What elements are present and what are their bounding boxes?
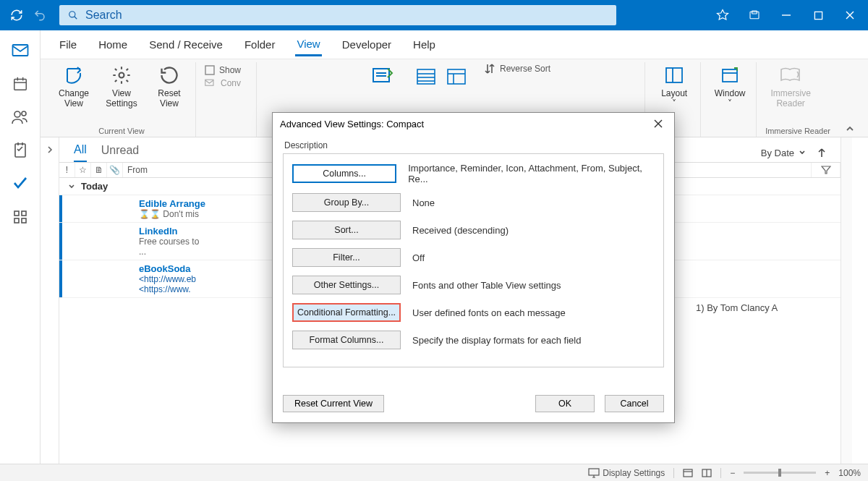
people-rail-icon[interactable]	[12, 108, 29, 126]
zoom-out-button[interactable]: −	[730, 468, 735, 478]
search-input[interactable]: Search	[59, 5, 616, 25]
svg-rect-5	[814, 12, 822, 19]
svg-point-0	[69, 12, 75, 17]
dialog-close-button[interactable]	[650, 118, 667, 129]
col-filter-icon[interactable]	[812, 163, 841, 177]
svg-rect-21	[14, 218, 19, 223]
svg-rect-36	[723, 69, 737, 82]
change-view-button[interactable]: Change View	[54, 62, 94, 108]
close-button[interactable]	[842, 10, 858, 20]
tasks-rail-icon[interactable]	[12, 175, 29, 192]
description-label: Description	[283, 140, 664, 150]
tab-file[interactable]: File	[58, 34, 78, 55]
search-icon	[68, 10, 78, 20]
title-bar: Search	[0, 0, 868, 30]
reset-view-button[interactable]: Reset View	[149, 62, 190, 108]
immersive-reader-button: Immersive Reader	[765, 62, 816, 108]
tab-help[interactable]: Help	[412, 34, 437, 55]
vertical-scrollbar[interactable]	[841, 137, 852, 464]
zoom-in-button[interactable]: +	[825, 468, 830, 478]
col-reminder[interactable]: ☆	[75, 163, 91, 177]
calendar-rail-icon[interactable]	[12, 75, 29, 93]
filter-all[interactable]: All	[74, 143, 87, 162]
more-apps-rail-icon[interactable]	[12, 208, 29, 226]
tab-folder[interactable]: Folder	[243, 34, 277, 55]
dialog-title: Advanced View Settings: Compact	[280, 119, 424, 129]
show-conversations-checkbox[interactable]: Show	[205, 65, 241, 75]
tab-developer[interactable]: Developer	[341, 34, 393, 55]
ribbon-tabs: File Home Send / Receive Folder View Dev…	[41, 30, 868, 59]
conditional-formatting-button[interactable]: Conditional Formatting...	[292, 303, 401, 322]
svg-rect-41	[684, 469, 692, 477]
sort-arrow-icon[interactable]	[817, 148, 826, 158]
reverse-sort-button[interactable]: Reverse Sort	[484, 62, 550, 75]
sort-button[interactable]: Sort...	[292, 221, 401, 239]
cancel-button[interactable]: Cancel	[605, 395, 664, 412]
format-columns-button[interactable]: Format Columns...	[292, 331, 401, 349]
svg-point-17	[22, 111, 26, 116]
reset-current-view-button[interactable]: Reset Current View	[283, 395, 384, 412]
sync-icon[interactable]	[10, 9, 23, 22]
svg-rect-19	[14, 211, 19, 216]
svg-rect-20	[22, 211, 26, 216]
columns-button[interactable]: Columns...	[292, 164, 396, 183]
search-placeholder: Search	[85, 9, 122, 22]
svg-rect-40	[589, 469, 599, 475]
svg-rect-31	[448, 69, 465, 84]
collapse-ribbon-button[interactable]	[839, 121, 861, 137]
svg-rect-9	[14, 80, 26, 90]
svg-rect-3	[752, 11, 757, 14]
svg-point-16	[14, 111, 20, 117]
filter-unread[interactable]: Unread	[101, 144, 139, 161]
view-reading-icon[interactable]	[702, 469, 712, 477]
other-settings-button[interactable]: Other Settings...	[292, 276, 401, 294]
col-importance[interactable]: !	[59, 163, 75, 177]
layout-button[interactable]: Layout ˅	[654, 62, 694, 108]
left-navigation-rail	[0, 30, 41, 464]
svg-point-23	[119, 73, 124, 78]
svg-rect-8	[12, 45, 27, 56]
svg-rect-2	[750, 12, 759, 18]
coming-soon-icon[interactable]	[746, 9, 762, 21]
tab-send-receive[interactable]: Send / Receive	[148, 34, 224, 55]
svg-rect-18	[15, 144, 25, 157]
svg-line-1	[75, 17, 77, 20]
chevron-down-icon	[799, 149, 806, 156]
svg-rect-22	[22, 218, 26, 223]
window-button[interactable]: Window ˅	[710, 62, 750, 108]
arrangement-button-2[interactable]	[443, 64, 469, 88]
message-preview-button[interactable]	[367, 62, 399, 87]
mail-rail-icon[interactable]	[12, 42, 29, 59]
premium-icon[interactable]	[715, 9, 731, 22]
undo-icon[interactable]	[33, 9, 46, 22]
tab-home[interactable]: Home	[97, 34, 129, 55]
view-normal-icon[interactable]	[683, 469, 693, 477]
svg-rect-24	[205, 66, 214, 75]
group-by-button[interactable]: Group By...	[292, 193, 401, 212]
arrangement-button-1[interactable]	[413, 64, 439, 88]
zoom-slider[interactable]	[744, 472, 816, 474]
display-settings-button[interactable]: Display Settings	[588, 468, 665, 478]
svg-rect-25	[205, 80, 213, 85]
advanced-view-settings-dialog: Advanced View Settings: Compact Descript…	[272, 112, 675, 423]
expand-folder-pane-button[interactable]	[41, 137, 59, 464]
sort-by-button[interactable]: By Date	[761, 148, 826, 158]
ok-button[interactable]: OK	[535, 395, 595, 412]
group-immersive-reader-label: Immersive Reader	[765, 127, 830, 137]
zoom-level: 100%	[838, 468, 861, 478]
col-attachment[interactable]: 📎	[107, 163, 123, 177]
tab-view[interactable]: View	[295, 33, 321, 56]
notes-rail-icon[interactable]	[12, 142, 29, 159]
status-bar: Display Settings − + 100%	[0, 464, 868, 481]
view-settings-button[interactable]: View Settings	[101, 62, 142, 108]
conversation-settings-button[interactable]: Conv	[205, 78, 241, 88]
chevron-down-icon	[68, 183, 75, 190]
svg-rect-27	[417, 69, 435, 84]
col-icon[interactable]: 🗎	[91, 163, 107, 177]
maximize-button[interactable]	[810, 11, 826, 20]
svg-rect-34	[666, 68, 682, 82]
filter-button[interactable]: Filter...	[292, 248, 401, 267]
minimize-button[interactable]	[778, 10, 794, 20]
group-current-view-label: Current View	[54, 127, 190, 137]
